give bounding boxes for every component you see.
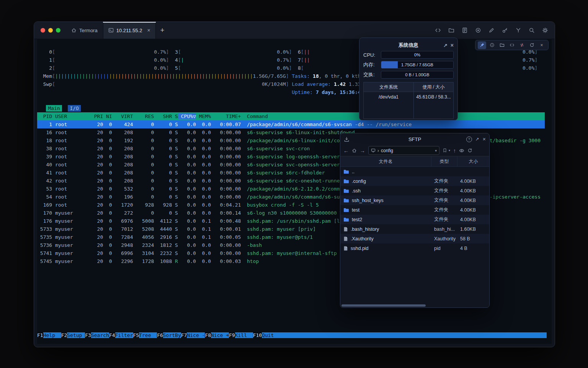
file-size: 4.00KB (457, 215, 489, 224)
file-name: .. (352, 169, 354, 174)
close-tab-icon[interactable]: × (147, 28, 150, 33)
fkey-label-search[interactable]: Search (91, 332, 109, 338)
file-type: 文件夹 (431, 196, 457, 205)
home-icon[interactable] (352, 148, 357, 153)
fkey-label-filter[interactable]: Filter (115, 332, 133, 338)
file-icon (343, 227, 348, 232)
folder-icon (343, 217, 349, 222)
column-type[interactable]: 类型 (431, 156, 457, 166)
close-icon[interactable]: × (537, 41, 546, 49)
macro-icon[interactable] (514, 26, 523, 35)
open-in-window-icon[interactable]: ↗ (475, 136, 479, 142)
screen-tab-main[interactable]: Main (46, 105, 62, 112)
file-type: 文件夹 (431, 205, 457, 215)
info-icon[interactable] (488, 41, 496, 49)
column-size[interactable]: 大小 (457, 156, 489, 166)
fkey-f8: F8 (205, 332, 211, 338)
chevron-down-icon[interactable]: ▾ (435, 149, 437, 153)
fkey-label-nice-[interactable]: Nice - (187, 332, 205, 338)
close-window-button[interactable] (41, 28, 45, 33)
filesystem-table: 文件系统 使用 / 大小 /dev/vda1 45.61GB / 58.3... (363, 82, 454, 119)
fkey-f1: F1 (37, 332, 43, 338)
blank-line (37, 96, 545, 104)
refresh-icon[interactable] (467, 148, 472, 153)
refresh-icon[interactable] (528, 41, 536, 49)
fkey-label-setup[interactable]: Setup (67, 332, 85, 338)
folder-icon (343, 189, 349, 193)
system-stats: CPU:0%内存:1.75GB / 7.65GB交换:0 B / 1.00GB (363, 50, 454, 80)
horizontal-scrollbar[interactable] (340, 304, 489, 307)
file-row[interactable]: .XauthorityXauthority58 B (340, 234, 489, 243)
close-icon[interactable]: × (483, 136, 486, 142)
folder-icon[interactable] (447, 26, 456, 35)
screen-tab-io[interactable]: I/O (68, 105, 80, 112)
panel-toolbar: × (475, 40, 549, 50)
tab-session-10-211-55-2[interactable]: 10.211.55.2 × (103, 22, 156, 39)
back-icon[interactable]: ← (343, 148, 349, 154)
forward-icon[interactable]: → (360, 148, 365, 154)
fkey-label-nice-[interactable]: Nice + (211, 332, 229, 338)
file-row[interactable]: ssh_host_keys文件夹4.00KB (340, 196, 489, 205)
open-in-window-icon[interactable]: ↗ (443, 43, 448, 48)
htop-function-bar[interactable]: F1Help F2Setup F3SearchF4FilterF5Tree F6… (37, 331, 545, 339)
swap-meter-row: Swp[ 0K/1024M] Load average: 1.42 1.33 1… (37, 80, 545, 88)
cpu-meter-row: 2[ 0.0%] 5[ 0.0%] 8[ 0.0%] (37, 64, 545, 72)
fkey-label-sortby[interactable]: SortBy (163, 332, 181, 338)
bookmark-icon[interactable] (443, 148, 447, 153)
stat-value: 1.75GB / 7.65GB (381, 61, 453, 68)
file-row[interactable]: sshd.pidpid4 B (340, 243, 489, 253)
column-name[interactable]: 文件名 (340, 156, 431, 166)
fkey-f10: F10 (253, 332, 262, 338)
filesystem-row[interactable]: /dev/vda1 45.61GB / 58.3... (364, 92, 453, 102)
edit-icon[interactable] (487, 26, 496, 35)
current-folder: config (381, 148, 393, 153)
fkey-f9: F9 (229, 332, 235, 338)
system-info-title: 系统信息 (399, 42, 418, 49)
pin-icon[interactable] (478, 41, 486, 49)
zoom-window-button[interactable] (56, 28, 60, 33)
close-icon[interactable]: × (451, 42, 454, 48)
file-table-header: 文件名 类型 大小 (340, 156, 489, 167)
fkey-label-tree[interactable]: Tree (139, 332, 157, 338)
sessions-icon[interactable] (460, 26, 469, 35)
file-row[interactable]: test文件夹4.00KB (340, 205, 489, 215)
help-icon[interactable]: ? (466, 136, 472, 142)
bookmark-caret-icon[interactable]: ▾ (449, 149, 450, 152)
path-breadcrumb[interactable]: › config ▾ (368, 146, 439, 155)
fkey-f4: F4 (109, 332, 115, 338)
folder-icon (343, 169, 349, 174)
filesystem-table-empty (364, 102, 453, 118)
process-row[interactable]: 1 root 20 0 424 0 0 S 0.0 0.0 0:00.07 /p… (37, 120, 545, 128)
file-row[interactable]: .bash_historybash_hi...1.60KB (340, 224, 489, 234)
tab-termora[interactable]: Termora (66, 22, 103, 39)
file-row[interactable]: .. (340, 167, 489, 176)
stat-progressbar: 1.75GB / 7.65GB (381, 61, 454, 69)
titlebar: Termora 10.211.55.2 × + (34, 22, 555, 39)
file-row[interactable]: .config文件夹4.00KB (340, 176, 489, 186)
record-icon[interactable] (474, 26, 483, 35)
code-icon[interactable] (433, 26, 443, 35)
file-row[interactable]: .ssh文件夹4.00KB (340, 186, 489, 196)
minimize-window-button[interactable] (48, 28, 53, 33)
folder-icon (343, 179, 349, 184)
key-icon[interactable] (500, 26, 510, 35)
fkey-label-quit[interactable]: Quit (262, 332, 280, 338)
sort-column-header[interactable]: CPU%▽ (178, 113, 196, 119)
stat-row: CPU:0% (363, 50, 454, 60)
search-icon[interactable] (527, 26, 536, 35)
file-name: test (352, 207, 359, 213)
tab-label: Termora (79, 28, 98, 33)
new-tab-button[interactable]: + (156, 22, 169, 39)
transfer-icon[interactable] (518, 41, 526, 49)
code-icon[interactable] (508, 41, 516, 49)
show-hidden-eye-icon[interactable] (459, 148, 464, 153)
fkey-label-help[interactable]: Help (43, 332, 61, 338)
folder-icon[interactable] (498, 41, 506, 49)
memory-meter-row: Mem[||||||||||||||||||||||||||||||||||||… (37, 72, 545, 80)
file-row[interactable]: test2文件夹4.00KB (340, 215, 489, 224)
fkey-label-kill[interactable]: Kill (235, 332, 253, 338)
stat-label: 内存: (363, 61, 379, 68)
scrollbar-thumb[interactable] (341, 304, 426, 307)
settings-icon[interactable] (541, 26, 550, 35)
go-up-icon[interactable]: ↑ (453, 148, 456, 154)
